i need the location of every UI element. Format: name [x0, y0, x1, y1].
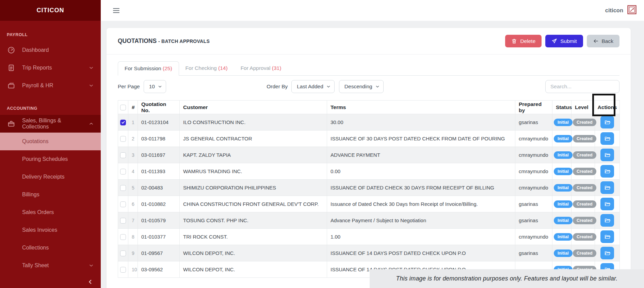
sidebar: CITICON PAYROLL Dashboard Trip Reports P… — [0, 0, 101, 288]
chevron-down-icon — [375, 84, 380, 89]
order-direction-select[interactable]: Descending — [339, 80, 384, 93]
col-header-actions: Actions — [595, 101, 620, 114]
hamburger-menu-icon[interactable] — [113, 7, 119, 14]
quotation-no-cell: 01-011393 — [138, 163, 180, 180]
open-folder-button[interactable] — [600, 116, 614, 128]
sidebar-item-sales-billings-collections[interactable]: Sales, Billings & Collections — [0, 115, 101, 133]
per-page-value: 10 — [149, 84, 155, 90]
row-checkbox[interactable] — [120, 251, 126, 256]
tab-for-checking[interactable]: For Checking (14) — [179, 61, 234, 75]
sidebar-subitem-billings[interactable]: Billings — [0, 186, 101, 203]
quotations-table-wrap: # Quotation No. Customer Terms Prepared … — [118, 100, 619, 278]
speedometer-icon — [7, 46, 15, 54]
search-input[interactable] — [545, 80, 619, 93]
terms-cell: Advance Payment / Subject to Negotiation — [327, 212, 515, 229]
row-number: 8 — [128, 229, 138, 245]
open-folder-button[interactable] — [600, 230, 614, 243]
table-row: 1 01-0123104 ILO CONSTRUCTION INC. 30.00… — [118, 114, 620, 131]
sidebar-item-dashboard[interactable]: Dashboard — [0, 41, 101, 59]
chevron-down-icon — [88, 65, 94, 71]
quotation-no-cell: 01-09567 — [138, 245, 180, 261]
status-badge: Initial — [554, 233, 573, 241]
open-folder-button[interactable] — [600, 132, 614, 145]
table-row: 2 03-011798 JS GENERAL CONTRACTOR ISSUAN… — [118, 131, 620, 147]
folder-open-icon — [604, 184, 611, 191]
sidebar-subitem-tally-sheet[interactable]: Tally Sheet — [0, 257, 101, 274]
sidebar-subitem-collections[interactable]: Collections — [0, 239, 101, 257]
table-row: 7 01-010579 TOSUNG CONST. PHP INC. Advan… — [118, 212, 620, 229]
row-checkbox[interactable] — [120, 185, 126, 191]
terms-cell: 30.00 — [327, 114, 515, 131]
level-badge: Created — [573, 135, 596, 142]
quotation-no-cell: 03-011798 — [138, 131, 180, 147]
sidebar-item-trip-reports[interactable]: Trip Reports — [0, 59, 101, 77]
row-checkbox[interactable] — [120, 152, 126, 158]
open-folder-button[interactable] — [600, 214, 614, 227]
open-folder-button[interactable] — [600, 165, 614, 178]
submit-button[interactable]: Submit — [545, 35, 583, 47]
row-checkbox[interactable] — [120, 267, 126, 273]
row-number: 2 — [128, 131, 138, 147]
tab-for-approval[interactable]: For Approval (31) — [234, 61, 288, 75]
back-button[interactable]: Back — [587, 35, 619, 47]
tab-bar: For Submission (25) For Checking (14) Fo… — [118, 61, 619, 76]
sidebar-subitem-sales-orders[interactable]: Sales Orders — [0, 203, 101, 221]
topbar-brand-text: citicon — [605, 7, 623, 14]
sidebar-item-label: Payroll & HR — [22, 82, 88, 89]
row-checkbox[interactable] — [120, 234, 126, 240]
order-field-select[interactable]: Last Added — [291, 80, 335, 93]
tab-for-submission[interactable]: For Submission (25) — [118, 61, 179, 76]
delete-button[interactable]: Delete — [505, 35, 542, 47]
prepared-by-cell: cmraymundo — [515, 147, 552, 163]
sidebar-item-label: Sales, Billings & Collections — [22, 118, 88, 130]
col-header-quotation-no: Quotation No. — [138, 101, 180, 114]
quotation-no-cell: 03-09562 — [138, 261, 180, 278]
prepared-by-cell: cmraymundo — [515, 131, 552, 147]
col-header-level: Level — [571, 101, 595, 114]
page-title-sub: - BATCH APPROVALS — [158, 39, 210, 44]
per-page-select[interactable]: 10 — [144, 80, 166, 93]
table-row: 8 01-010377 TRI ROCK CONST. 1.00 cmraymu… — [118, 229, 620, 245]
trash-icon — [511, 38, 517, 44]
quotation-no-cell: 01-0123104 — [138, 114, 180, 131]
table-row: 4 01-011393 WAMRUS TRADING INC. 0.00 cmr… — [118, 163, 620, 180]
customer-cell: ILO CONSTRUCTION INC. — [180, 114, 327, 131]
sidebar-subitem-sales-invoices[interactable]: Sales Invoices — [0, 221, 101, 239]
prepared-by-cell: gsarinas — [515, 245, 552, 261]
status-badge: Initial — [554, 135, 573, 142]
prepared-by-cell: cmraymundo — [515, 180, 552, 196]
page-title: QUOTATIONS - BATCH APPROVALS — [118, 37, 210, 45]
row-checkbox[interactable] — [120, 169, 126, 175]
open-folder-button[interactable] — [600, 149, 614, 161]
terms-cell: ADVANCE PAYMENT — [327, 147, 515, 163]
order-field-value: Last Added — [297, 84, 323, 90]
quotation-no-cell: 03-011697 — [138, 147, 180, 163]
customer-cell: CHINA CONSTRUCTION FRONT GENERAL DEV'T C… — [180, 196, 327, 212]
customer-cell: KAPT. ZALDY TAPIA — [180, 147, 327, 163]
open-folder-button[interactable] — [600, 181, 614, 194]
open-folder-button[interactable] — [600, 247, 614, 259]
select-all-checkbox[interactable] — [120, 105, 126, 110]
sidebar-subitem-delivery-receipts[interactable]: Delivery Receipts — [0, 168, 101, 186]
table-controls: Per Page 10 Order By Last Added Descendi… — [118, 80, 619, 93]
tab-label: For Submission — [125, 65, 163, 71]
demo-disclaimer-overlay: This image is for demonstration purposes… — [370, 269, 644, 288]
sidebar-subitem-quotations[interactable]: Quotations — [0, 133, 101, 150]
sidebar-subitem-pouring-schedules[interactable]: Pouring Schedules — [0, 150, 101, 168]
row-number: 5 — [128, 180, 138, 196]
row-checkbox[interactable] — [120, 136, 126, 142]
row-checkbox[interactable] — [120, 201, 126, 207]
open-folder-button[interactable] — [600, 198, 614, 210]
chevron-down-icon — [158, 84, 162, 89]
row-checkbox[interactable] — [120, 120, 126, 125]
sidebar-collapse-icon[interactable] — [87, 279, 93, 285]
status-badge: Initial — [554, 217, 573, 224]
back-button-label: Back — [602, 38, 613, 44]
terms-cell: ISSUANCE OF DATED CHECK 30 DAYS FROM REC… — [327, 180, 515, 196]
col-header-terms: Terms — [327, 101, 515, 114]
sidebar-item-payroll-hr[interactable]: Payroll & HR — [0, 77, 101, 94]
topbar: citicon — [101, 0, 644, 21]
demo-disclaimer-text: This image is for demonstration purposes… — [396, 275, 618, 282]
row-checkbox[interactable] — [120, 218, 126, 224]
col-header-customer: Customer — [180, 101, 327, 114]
